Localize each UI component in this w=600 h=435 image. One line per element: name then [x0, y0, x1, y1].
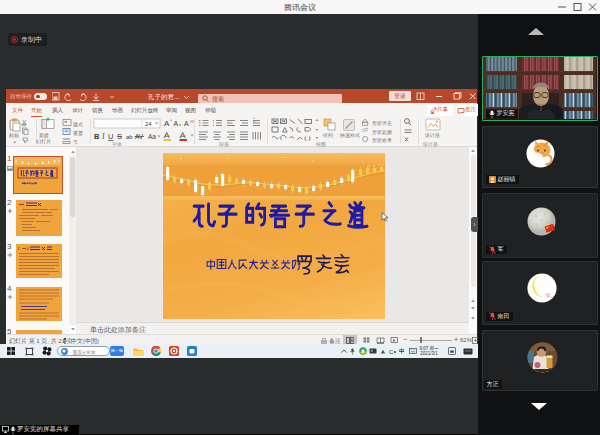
svg-text:Aa: Aa: [148, 133, 156, 140]
svg-text:U: U: [108, 132, 113, 141]
svg-text:B: B: [94, 132, 100, 141]
svg-text:C: C: [389, 349, 394, 355]
svg-text:^: ^: [170, 118, 172, 123]
svg-text:A: A: [174, 120, 179, 127]
svg-text:S: S: [117, 132, 122, 141]
svg-text:ab: ab: [126, 134, 133, 140]
svg-text:24: 24: [145, 121, 152, 127]
svg-text:A: A: [184, 120, 189, 127]
svg-text:v: v: [179, 122, 181, 127]
svg-text:I: I: [101, 132, 105, 141]
